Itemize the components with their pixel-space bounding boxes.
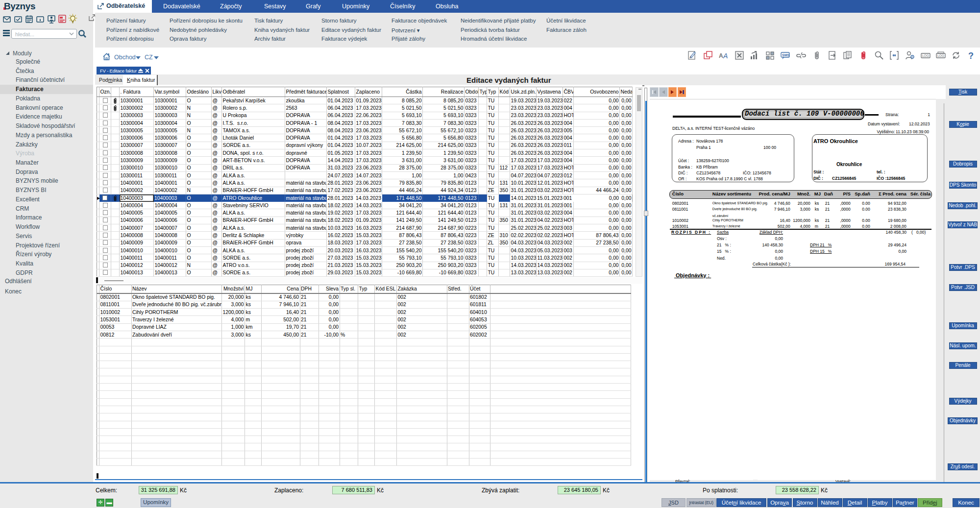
svg-text:A: A xyxy=(689,55,692,59)
svg-text:SMS: SMS xyxy=(782,53,790,57)
svg-text:LOG: LOG xyxy=(937,54,944,57)
svg-text:A: A xyxy=(719,52,723,59)
svg-text:A: A xyxy=(723,52,728,60)
svg-text:?: ? xyxy=(968,51,974,60)
svg-text:LOG: LOG xyxy=(922,54,929,57)
